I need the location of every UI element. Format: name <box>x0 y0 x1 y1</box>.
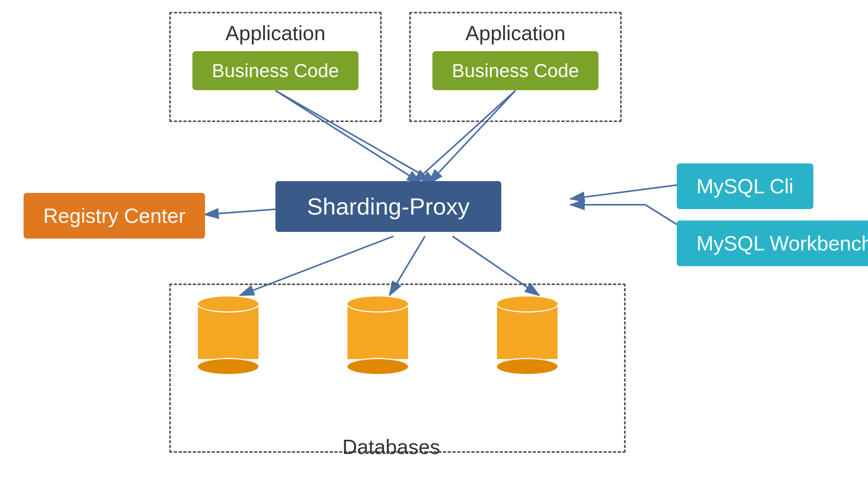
app1-business-code: Business Code <box>192 51 359 90</box>
db-bottom-1 <box>197 358 260 375</box>
diagram-container: Application Business Code Application Bu… <box>0 0 868 489</box>
svg-line-6 <box>205 209 283 215</box>
db-bottom-2 <box>346 358 409 375</box>
app2-label: Application <box>465 21 565 45</box>
db-bottom-3 <box>496 358 559 375</box>
mysql-cli-box: MySQL Cli <box>677 163 813 209</box>
mysql-workbench-box: MySQL Workbench <box>677 220 868 266</box>
registry-center-box: Registry Center <box>24 193 205 239</box>
db-cylinder-1 <box>197 295 260 375</box>
app2-business-code: Business Code <box>432 51 599 90</box>
db-cylinder-3 <box>496 295 559 375</box>
db-cylinder-2 <box>346 295 409 375</box>
app2-box: Application Business Code <box>409 12 622 122</box>
db-top-3 <box>496 295 559 313</box>
app1-label: Application <box>225 21 325 45</box>
svg-line-7 <box>571 185 677 199</box>
db-top-2 <box>346 295 409 313</box>
app1-box: Application Business Code <box>169 12 382 122</box>
svg-line-8 <box>645 205 677 224</box>
db-top-1 <box>197 295 260 313</box>
databases-label: Databases <box>342 435 440 459</box>
sharding-proxy-box: Sharding-Proxy <box>275 181 501 232</box>
